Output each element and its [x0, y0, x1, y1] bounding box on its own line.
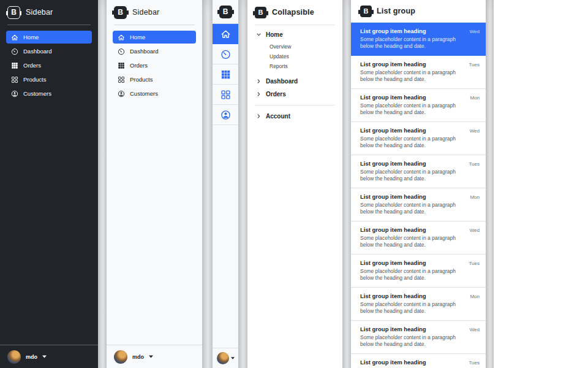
list-item-date: Wed: [470, 29, 480, 34]
house-icon: [118, 34, 125, 41]
list-item-heading: List group item heading: [360, 61, 426, 67]
tree-toggle-label: Account: [266, 113, 290, 120]
caret-down-icon: [231, 357, 235, 359]
nav-item-dashboard[interactable]: Dashboard: [113, 45, 196, 58]
nav-item-customers[interactable]: Customers: [6, 87, 92, 100]
tree-toggle-dashboard[interactable]: Dashboard: [254, 75, 336, 88]
list-item-date: Mon: [470, 294, 480, 299]
list-item-body: Some placeholder content in a paragraph …: [360, 268, 464, 281]
list-item-top: List group item heading Mon: [360, 193, 480, 200]
tree-link-overview[interactable]: Overview: [270, 42, 336, 52]
list-item-body: Some placeholder content in a paragraph …: [360, 301, 464, 314]
nav-item-home[interactable]: Home: [113, 31, 196, 44]
list-item-date: Tues: [469, 261, 480, 266]
list-item-top: List group item heading Mon: [360, 94, 480, 101]
example-divider: [486, 0, 494, 368]
bootstrap-logo-icon: B: [255, 7, 266, 18]
tree-toggle-account[interactable]: Account: [254, 110, 336, 123]
brand-link-collapsible[interactable]: B Collapsible: [247, 0, 342, 25]
list-item-heading: List group item heading: [360, 193, 426, 200]
collapsible-tree: Home Overview Updates Reports Dashboard …: [247, 25, 342, 123]
list-group-item[interactable]: List group item heading Mon Some placeho…: [351, 288, 486, 321]
list-group-item[interactable]: List group item heading Wed Some placeho…: [351, 122, 486, 155]
nav-item-customers[interactable]: Customers: [113, 87, 196, 100]
brand-link-list-group[interactable]: B List group: [351, 0, 486, 23]
user-menu-icons[interactable]: [213, 348, 238, 368]
list-item-top: List group item heading Tues: [360, 359, 480, 366]
nav-item-orders[interactable]: Orders: [113, 59, 196, 72]
sidebar-light: B Sidebar Home Dashboard Orders: [107, 0, 202, 368]
tree-link-updates[interactable]: Updates: [270, 52, 336, 61]
list-group-item[interactable]: List group item heading Tues Some placeh…: [351, 255, 486, 288]
sidebar-collapsible: B Collapsible Home Overview Updates Repo…: [247, 0, 342, 368]
brand-title: Sidebar: [132, 8, 160, 17]
list-item-body: Some placeholder content in a paragraph …: [360, 235, 464, 248]
speedometer-icon: [118, 48, 125, 55]
list-group-item[interactable]: List group item heading Wed Some placeho…: [351, 221, 486, 255]
nav-item-products[interactable]: Products: [6, 73, 92, 86]
icon-nav-item[interactable]: [213, 24, 238, 44]
caret-down-icon: [149, 355, 153, 358]
list-item-heading: List group item heading: [360, 226, 426, 233]
nav-item-label: Dashboard: [23, 48, 51, 55]
tree-link-reports[interactable]: Reports: [270, 61, 336, 71]
icon-nav-item[interactable]: [213, 105, 238, 125]
icon-nav-item[interactable]: [213, 85, 238, 105]
list-group-item[interactable]: List group item heading Tues Some placeh…: [351, 56, 486, 89]
user-name: mdo: [132, 354, 144, 360]
grid-icon: [221, 90, 231, 100]
brand-link-light[interactable]: B Sidebar: [107, 0, 202, 25]
tree-toggle-orders[interactable]: Orders: [254, 88, 336, 101]
chevron-down-icon: [256, 32, 262, 37]
user-menu-dark[interactable]: mdo: [0, 345, 98, 368]
house-icon: [221, 29, 231, 39]
sidebar-list-group: B List group List group item heading Wed…: [351, 0, 486, 368]
list-item-top: List group item heading Wed: [360, 28, 480, 34]
list-item-body: Some placeholder content in a paragraph …: [360, 202, 464, 215]
list-item-top: List group item heading Wed: [360, 326, 480, 332]
chevron-right-icon: [256, 79, 262, 84]
nav-item-home[interactable]: Home: [6, 31, 92, 44]
list-group-item[interactable]: List group item heading Tues Some placeh…: [351, 155, 486, 188]
bootstrap-logo-icon: B: [7, 6, 20, 19]
icon-nav-item[interactable]: [213, 64, 238, 85]
brand-link-dark[interactable]: B Sidebar: [0, 0, 98, 25]
nav-item-label: Home: [23, 34, 39, 40]
list-item-date: Tues: [469, 360, 480, 366]
list-group-item[interactable]: List group item heading Tues Some placeh…: [351, 354, 486, 368]
nav-item-dashboard[interactable]: Dashboard: [6, 45, 92, 58]
chevron-right-icon: [256, 91, 262, 97]
list-group-item[interactable]: List group item heading Mon Some placeho…: [351, 188, 486, 221]
icon-nav-item[interactable]: [213, 44, 238, 64]
person-circle-icon: [221, 110, 231, 120]
list-item-heading: List group item heading: [360, 94, 426, 101]
list-group-item[interactable]: List group item heading Wed Some placeho…: [351, 321, 486, 354]
nav-item-orders[interactable]: Orders: [6, 59, 92, 72]
brand-link-icons[interactable]: B: [213, 0, 238, 24]
user-name: mdo: [26, 354, 37, 360]
grid-icon: [11, 76, 18, 83]
example-divider: [342, 0, 351, 368]
list-group-item[interactable]: List group item heading Wed Some placeho…: [351, 23, 486, 56]
nav-icons: [213, 24, 238, 125]
chevron-right-icon: [256, 113, 262, 119]
brand-title: Sidebar: [26, 8, 53, 17]
nav-item-label: Orders: [23, 62, 41, 69]
tree-toggle-home[interactable]: Home: [254, 28, 336, 41]
person-circle-icon: [118, 90, 125, 98]
list-item-top: List group item heading Mon: [360, 293, 480, 299]
list-group: List group item heading Wed Some placeho…: [351, 23, 486, 368]
nav-item-products[interactable]: Products: [113, 73, 196, 86]
brand-title: List group: [377, 7, 415, 15]
list-item-top: List group item heading Tues: [360, 259, 480, 266]
table-icon: [221, 69, 231, 80]
list-item-body: Some placeholder content in a paragraph …: [360, 136, 464, 148]
list-group-item[interactable]: List group item heading Mon Some placeho…: [351, 89, 486, 122]
list-item-body: Some placeholder content in a paragraph …: [360, 334, 464, 347]
user-menu-light[interactable]: mdo: [107, 345, 202, 368]
list-item-top: List group item heading Tues: [360, 61, 480, 67]
list-item-date: Tues: [469, 161, 480, 167]
sidebar-dark: B Sidebar Home Dashboard Orders: [0, 0, 98, 368]
list-item-heading: List group item heading: [360, 127, 426, 134]
speedometer-icon: [221, 49, 231, 59]
